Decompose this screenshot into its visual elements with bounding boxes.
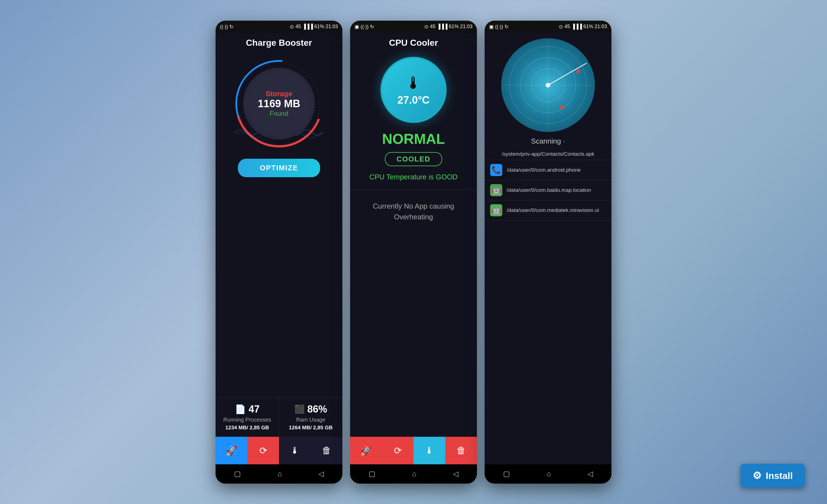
temp-icon-2: 🌡 (425, 445, 434, 456)
status-left-icons-2: ▣ ((·)) ↻ (354, 24, 374, 30)
status-bar-1: ((·)) ↻ ⊙ 45 ▐▐▐ 61% 21:03 (215, 21, 342, 33)
gauge-container: Storage 1169 MB Found (232, 57, 326, 150)
android-icon-1: 🤖 (490, 184, 502, 196)
status-left-icons-1: ((·)) ↻ (220, 24, 234, 30)
square-icon-3[interactable]: ▢ (503, 469, 510, 478)
nav2-refresh[interactable]: ⟳ (382, 437, 414, 464)
process-label: Running Processes (223, 417, 271, 423)
thermometer-icon: 🌡 (405, 73, 422, 93)
no-overheat-label: Currently No App causing Overheating (350, 193, 477, 231)
system-nav-3: ▢ ⌂ ◁ (485, 464, 612, 484)
trash-icon: 🗑 (322, 445, 331, 456)
ram-sub: 1264 MB/ 2,85 GB (289, 424, 333, 431)
stat-box-processes: 📄 47 Running Processes 1234 MB/ 2,85 GB (215, 397, 279, 437)
scan-item-3: 🤖 /data/user/0/com.mediatek.miravision.u… (485, 200, 612, 220)
temp-value: 27.0°C (397, 94, 430, 106)
gauge-inner: Storage 1169 MB Found (243, 68, 315, 140)
doc-icon: 📄 (235, 404, 246, 414)
back-icon-2[interactable]: ◁ (453, 469, 458, 478)
phones-container: ((·)) ↻ ⊙ 45 ▐▐▐ 61% 21:03 Charge Booste… (215, 21, 612, 484)
stats-row: 📄 47 Running Processes 1234 MB/ 2,85 GB … (215, 397, 342, 437)
bottom-nav-2: 🚀 ⟳ 🌡 🗑 (350, 437, 477, 464)
rocket-icon: 🚀 (226, 445, 237, 456)
system-nav-2: ▢ ⌂ ◁ (350, 464, 477, 484)
scan-path-0: /system/priv-app/Contacts/Contacts.apk (485, 148, 612, 160)
app-title-1: Charge Booster (215, 33, 342, 51)
svg-point-12 (576, 69, 580, 73)
main-area-3: Scanning · /system/priv-app/Contacts/Con… (485, 33, 612, 464)
back-icon[interactable]: ◁ (319, 469, 324, 478)
phone-app-icon: 📞 (490, 164, 502, 176)
nav-boost[interactable]: 🚀 (215, 437, 247, 464)
refresh-icon-2: ⟳ (394, 445, 402, 456)
main-area-1: Storage 1169 MB Found OPTIMIZE (215, 51, 342, 397)
status-right-3: ⊙ 45 ▐▐▐ 61% 21:03 (559, 24, 607, 30)
stat-top-ram: ⬛ 86% (294, 403, 327, 415)
phone-scanner: ▣ ((·)) ↻ ⊙ 45 ▐▐▐ 61% 21:03 (485, 21, 612, 484)
square-icon[interactable]: ▢ (234, 469, 241, 478)
status-bar-3: ▣ ((·)) ↻ ⊙ 45 ▐▐▐ 61% 21:03 (485, 21, 612, 33)
gauge-value: 1169 MB (258, 98, 300, 110)
ram-percent: 86% (307, 403, 327, 415)
stat-box-ram: ⬛ 86% Ram Usage 1264 MB/ 2,85 GB (279, 397, 343, 437)
nav-trash[interactable]: 🗑 (311, 437, 342, 464)
status-normal: NORMAL (382, 131, 445, 147)
rocket-icon-2: 🚀 (360, 445, 372, 456)
phone-charge-booster: ((·)) ↻ ⊙ 45 ▐▐▐ 61% 21:03 Charge Booste… (215, 21, 342, 484)
scan-item-2: 🤖 /data/user/0/com.baidu.map.location (485, 180, 612, 200)
scan-item-text-2: /data/user/0/com.baidu.map.location (507, 187, 591, 193)
nav-temp[interactable]: 🌡 (279, 437, 311, 464)
ram-label: Ram Usage (296, 417, 325, 423)
svg-point-13 (560, 105, 564, 109)
nav2-temp[interactable]: 🌡 (414, 437, 445, 464)
cpu-good-label: CPU Temperature is GOOD (370, 173, 457, 181)
home-icon-2[interactable]: ⌂ (412, 469, 417, 478)
install-label: Install (766, 470, 793, 481)
home-icon[interactable]: ⌂ (278, 469, 282, 478)
temp-icon: 🌡 (290, 445, 300, 456)
cooled-badge: COOLED (385, 152, 442, 166)
svg-point-11 (546, 83, 550, 87)
status-right-2: ⊙ 45 ▐▐▐ 61% 21:03 (424, 24, 473, 30)
radar-circle (501, 38, 595, 132)
optimize-button[interactable]: OPTIMIZE (238, 159, 320, 177)
process-count: 47 (249, 403, 260, 415)
status-bar-2: ▣ ((·)) ↻ ⊙ 45 ▐▐▐ 61% 21:03 (350, 21, 477, 33)
thermo-circle: 🌡 27.0°C (380, 57, 447, 123)
home-icon-3[interactable]: ⌂ (547, 469, 551, 478)
process-sub: 1234 MB/ 2,85 GB (226, 424, 269, 431)
scan-item-1: 📞 /data/user/0/com.android.phone (485, 160, 612, 180)
phone-cpu-cooler: ▣ ((·)) ↻ ⊙ 45 ▐▐▐ 61% 21:03 CPU Cooler … (350, 21, 477, 484)
refresh-icon: ⟳ (259, 445, 267, 456)
square-icon-2[interactable]: ▢ (369, 469, 376, 478)
storage-label: Storage (266, 90, 292, 98)
scanning-label: Scanning · (531, 137, 565, 146)
main-area-2: 🌡 27.0°C NORMAL COOLED CPU Temperature i… (350, 51, 477, 437)
android-icon-2: 🤖 (490, 204, 502, 216)
app-title-2: CPU Cooler (350, 33, 477, 51)
trash-icon-2: 🗑 (456, 445, 466, 456)
scan-item-text-1: /data/user/0/com.android.phone (507, 167, 581, 173)
gear-icon: ⚙ (752, 470, 762, 482)
chip-icon: ⬛ (294, 404, 305, 414)
status-left-icons-3: ▣ ((·)) ↻ (489, 24, 508, 30)
nav2-boost[interactable]: 🚀 (350, 437, 382, 464)
divider-h (350, 190, 477, 190)
scan-item-text-3: /data/user/0/com.mediatek.miravision.ui (507, 207, 599, 213)
install-button[interactable]: ⚙ Install (740, 464, 805, 488)
bottom-nav-1: 🚀 ⟳ 🌡 🗑 (215, 437, 342, 464)
radar-svg (501, 38, 595, 132)
radar-container (501, 38, 595, 132)
system-nav-1: ▢ ⌂ ◁ (215, 464, 342, 484)
nav2-trash[interactable]: 🗑 (445, 437, 477, 464)
nav-refresh[interactable]: ⟳ (247, 437, 279, 464)
back-icon-3[interactable]: ◁ (587, 469, 593, 478)
status-right-1: ⊙ 45 ▐▐▐ 61% 21:03 (290, 24, 338, 30)
stat-top-processes: 📄 47 (235, 403, 260, 415)
svg-line-10 (548, 63, 587, 85)
found-label: Found (270, 110, 288, 117)
